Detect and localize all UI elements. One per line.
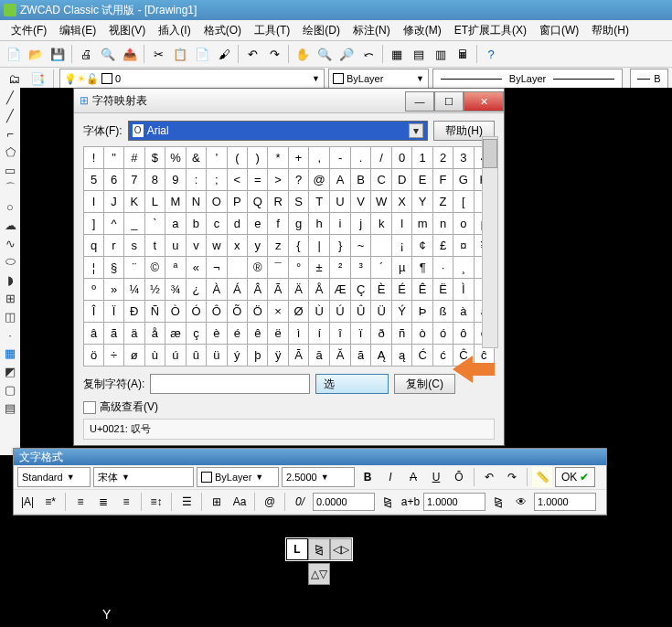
help-icon[interactable]: ? — [481, 44, 501, 64]
char-cell[interactable]: ` — [144, 213, 165, 235]
char-cell[interactable]: ò — [412, 323, 433, 345]
char-cell[interactable]: o — [453, 213, 474, 235]
char-cell[interactable]: " — [104, 147, 124, 169]
char-cell[interactable]: Â — [248, 279, 268, 301]
char-cell[interactable]: $ — [144, 147, 165, 169]
inplace-text-editor[interactable]: L ⧎ ◁▷ △▽ — [285, 537, 353, 585]
char-cell[interactable]: Ù — [309, 301, 330, 323]
align-center-button[interactable]: ≣ — [93, 492, 113, 512]
text-color-combo[interactable]: ByLayer▼ — [197, 467, 279, 487]
char-cell[interactable]: 9 — [165, 169, 187, 191]
char-cell[interactable]: G — [453, 169, 474, 191]
char-cell[interactable]: ä — [124, 323, 145, 345]
char-cell[interactable]: ê — [248, 323, 268, 345]
menu-window[interactable]: 窗口(W) — [534, 21, 584, 40]
char-cell[interactable]: ª — [165, 257, 187, 279]
tracking-input[interactable] — [534, 493, 596, 511]
columns-button[interactable]: |A| — [17, 492, 37, 512]
ellipse-icon[interactable]: ⬭ — [3, 254, 17, 269]
lineweight-combo[interactable]: B — [630, 69, 668, 89]
circle-icon[interactable]: ○ — [3, 199, 17, 214]
align-left-button[interactable]: ≡ — [70, 492, 91, 512]
char-cell[interactable]: È — [371, 279, 392, 301]
char-cell[interactable]: » — [104, 279, 124, 301]
line-icon[interactable]: ╱ — [3, 90, 17, 104]
char-cell[interactable]: ü — [207, 345, 227, 367]
char-cell[interactable]: ý — [227, 345, 247, 367]
underline-button[interactable]: U — [426, 467, 446, 487]
char-cell[interactable]: ß — [432, 301, 453, 323]
char-cell[interactable]: é — [227, 323, 247, 345]
char-cell[interactable]: S — [288, 191, 308, 213]
char-cell[interactable]: 8 — [144, 169, 165, 191]
menu-dimension[interactable]: 标注(N) — [347, 21, 396, 40]
char-cell[interactable]: à — [453, 301, 474, 323]
char-cell[interactable]: À — [207, 279, 227, 301]
char-cell[interactable]: J — [104, 191, 124, 213]
char-cell[interactable]: K — [124, 191, 145, 213]
char-cell[interactable]: + — [288, 147, 308, 169]
char-cell[interactable]: } — [330, 235, 351, 257]
char-cell[interactable]: { — [288, 235, 308, 257]
char-cell[interactable]: Ä — [288, 279, 308, 301]
char-cell[interactable]: ® — [248, 257, 268, 279]
undo-text-button[interactable]: ↶ — [479, 467, 499, 487]
linetype-combo[interactable]: ByLayer — [432, 69, 623, 89]
char-cell[interactable]: £ — [432, 235, 453, 257]
match-props-icon[interactable]: 🖌 — [214, 44, 234, 64]
redo-icon[interactable]: ↷ — [264, 44, 284, 64]
copy-button[interactable]: 复制(C) — [394, 374, 455, 394]
char-cell[interactable]: L — [144, 191, 165, 213]
char-cell[interactable]: e — [248, 213, 268, 235]
char-cell[interactable]: Ü — [371, 301, 392, 323]
dialog-titlebar[interactable]: ⊞ 字符映射表 — ☐ ✕ — [74, 89, 504, 113]
redo-text-button[interactable]: ↷ — [502, 467, 522, 487]
char-cell[interactable]: ¢ — [412, 235, 433, 257]
char-cell[interactable]: © — [144, 257, 165, 279]
char-cell[interactable]: : — [186, 169, 206, 191]
char-cell[interactable]: ð — [371, 323, 392, 345]
minimize-button[interactable]: — — [405, 91, 434, 112]
char-cell[interactable]: 1 — [412, 147, 433, 169]
char-cell[interactable]: A — [330, 169, 351, 191]
char-cell[interactable]: k — [371, 213, 392, 235]
char-cell[interactable] — [371, 235, 392, 257]
char-cell[interactable]: Î — [84, 301, 104, 323]
char-cell[interactable]: ć — [432, 345, 453, 367]
char-cell[interactable]: Þ — [412, 301, 433, 323]
polyline-icon[interactable]: ⌐ — [3, 126, 17, 141]
ruler-button[interactable]: 📏 — [532, 467, 552, 487]
spline-icon[interactable]: ∿ — [3, 236, 17, 250]
menu-modify[interactable]: 修改(M) — [398, 21, 447, 40]
char-cell[interactable]: þ — [248, 345, 268, 367]
close-button[interactable]: ✕ — [464, 91, 504, 112]
rectangle-icon[interactable]: ▭ — [3, 163, 17, 177]
insert-block-icon[interactable]: ⊞ — [3, 291, 17, 305]
xline-icon[interactable]: ╱ — [3, 108, 17, 122]
char-cell[interactable]: b — [186, 213, 206, 235]
char-cell[interactable]: v — [186, 235, 206, 257]
menu-help[interactable]: 帮助(H) — [586, 21, 635, 40]
char-cell[interactable]: W — [371, 191, 392, 213]
char-cell[interactable]: ù — [144, 345, 165, 367]
char-cell[interactable]: 2 — [432, 147, 453, 169]
char-cell[interactable]: D — [392, 169, 412, 191]
strikethrough-button[interactable]: A — [403, 467, 423, 487]
char-cell[interactable]: ¾ — [165, 279, 187, 301]
char-cell[interactable]: & — [186, 147, 206, 169]
tool-palettes-icon[interactable]: ▥ — [431, 44, 451, 64]
menu-insert[interactable]: 插入(I) — [153, 21, 196, 40]
char-cell[interactable]: E — [412, 169, 433, 191]
char-cell[interactable]: è — [207, 323, 227, 345]
design-center-icon[interactable]: ▤ — [409, 44, 429, 64]
char-cell[interactable]: # — [124, 147, 145, 169]
char-cell[interactable]: Ć — [412, 345, 433, 367]
color-combo[interactable]: ByLayer ▼ — [328, 69, 429, 89]
gradient-icon[interactable]: ◩ — [3, 364, 17, 378]
char-cell[interactable]: Õ — [227, 301, 247, 323]
char-cell[interactable]: a — [165, 213, 187, 235]
char-cell[interactable]: g — [288, 213, 308, 235]
char-cell[interactable]: ¬ — [207, 257, 227, 279]
char-cell[interactable]: ; — [207, 169, 227, 191]
char-cell[interactable]: Ò — [165, 301, 187, 323]
